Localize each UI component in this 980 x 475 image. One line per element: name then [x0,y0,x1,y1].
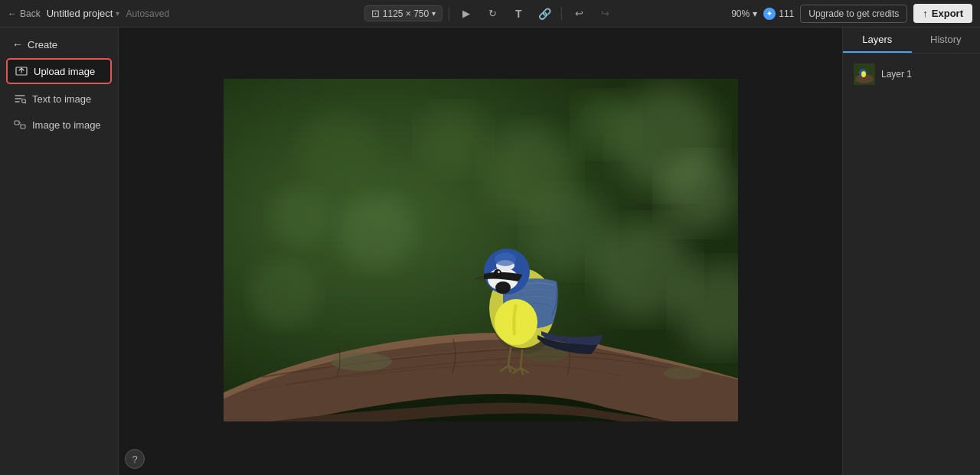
create-header: ← Create [6,34,112,55]
tool-separator-2 [561,7,562,21]
upload-image-icon [15,65,28,77]
project-title-text: Untitled project [47,8,113,19]
svg-rect-3 [21,125,25,129]
canvas-wrapper [224,79,738,424]
zoom-level-value: 90% [731,8,750,19]
create-label: Create [28,39,57,50]
sidebar-item-upload-image[interactable]: Upload image [6,58,112,84]
layers-tab[interactable]: Layers [843,28,912,53]
svg-point-28 [495,281,511,294]
credits-icon: ✦ [763,8,776,20]
refresh-tool-button[interactable]: ↻ [482,3,503,24]
project-chevron-icon: ▾ [116,9,119,18]
right-sidebar: Layers History Layer 1 [842,28,980,475]
svg-point-17 [250,259,319,327]
svg-point-29 [495,252,516,266]
left-sidebar: ← Create Upload image Text to image [0,28,119,475]
svg-point-8 [576,94,637,155]
upload-image-label: Upload image [34,66,95,77]
svg-point-11 [296,113,381,197]
tool-separator-1 [449,7,449,21]
layers-panel: Layer 1 [843,54,980,95]
sidebar-item-image-to-image[interactable]: Image to image [6,113,112,136]
history-tab[interactable]: History [912,28,981,53]
autosaved-label: Autosaved [126,8,169,19]
layer-name: Layer 1 [881,69,912,80]
export-button[interactable]: ↑ Export [913,4,972,23]
svg-point-12 [270,186,331,247]
link-tool-button[interactable]: 🔗 [534,3,555,24]
back-button[interactable]: ← Back [8,8,41,19]
help-button[interactable]: ? [125,449,145,469]
export-label: Export [932,8,963,19]
project-title[interactable]: Untitled project ▾ [47,8,120,19]
redo-button[interactable]: ↪ [594,3,616,24]
image-to-image-icon [14,119,26,131]
back-arrow-icon: ← [8,8,17,19]
canvas-size-chevron: ▾ [432,9,436,18]
image-to-image-label: Image to image [32,119,101,131]
sidebar-item-text-to-image[interactable]: Text to image [6,87,112,110]
right-panel-tabs: Layers History [843,28,980,54]
zoom-control[interactable]: 90% ▾ [731,8,757,19]
canvas-image [224,79,738,421]
layer-item[interactable]: Layer 1 [849,60,974,89]
topbar: ← Back Untitled project ▾ Autosaved ⊡ 11… [0,0,980,28]
create-arrow-icon: ← [12,38,23,50]
svg-point-21 [664,367,702,379]
svg-point-13 [338,194,415,270]
svg-rect-2 [15,121,19,125]
help-icon: ? [132,454,137,465]
svg-point-36 [861,71,866,77]
svg-point-10 [419,106,488,174]
credits-badge: ✦ 111 [763,8,794,20]
text-to-image-icon [14,93,26,105]
layer-thumbnail [854,63,875,85]
main-content: ← Create Upload image Text to image [0,28,980,475]
svg-point-32 [498,271,500,273]
topbar-right: 90% ▾ ✦ 111 Upgrade to get credits ↑ Exp… [731,4,972,23]
topbar-left: ← Back Untitled project ▾ Autosaved [8,8,169,19]
undo-button[interactable]: ↩ [568,3,590,24]
canvas-size-value: 1125 × 750 [383,8,429,19]
canvas-area[interactable]: ? [119,28,842,475]
canvas-size-control[interactable]: ⊡ 1125 × 750 ▾ [364,5,443,21]
upgrade-button[interactable]: Upgrade to get credits [800,5,907,23]
export-icon: ↑ [923,8,928,19]
play-tool-button[interactable]: ▶ [456,3,477,24]
svg-point-7 [660,155,737,232]
text-to-image-label: Text to image [32,93,91,105]
back-label: Back [20,8,41,19]
text-tool-button[interactable]: T [508,3,529,24]
frame-icon: ⊡ [371,8,380,19]
topbar-center: ⊡ 1125 × 750 ▾ ▶ ↻ T 🔗 ↩ ↪ [364,3,616,24]
credits-count: 111 [779,8,794,19]
svg-point-31 [495,270,501,276]
zoom-chevron-icon: ▾ [753,8,757,19]
